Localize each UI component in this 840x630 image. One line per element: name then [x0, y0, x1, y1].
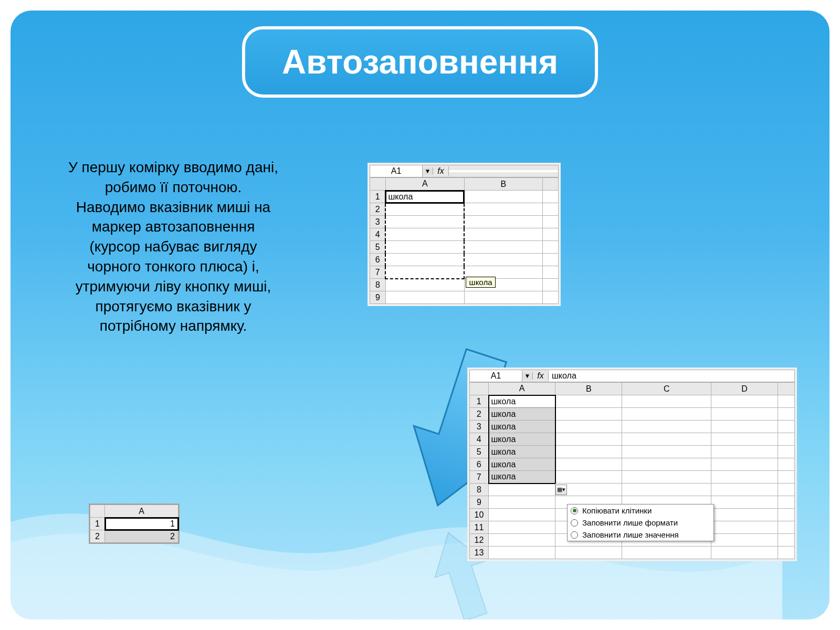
name-box: A1	[470, 370, 522, 382]
col-header: B	[555, 383, 622, 395]
col-header: A	[385, 178, 464, 191]
menu-item-label: Копіювати клітинки	[582, 506, 652, 515]
radio-icon	[571, 519, 578, 527]
col-header: C	[622, 383, 711, 395]
menu-item-fill-values[interactable]: Заповнити лише значення	[568, 529, 713, 541]
row-header: 7	[370, 266, 386, 279]
cell-filled: школа	[489, 408, 555, 421]
col-header: D	[711, 383, 778, 395]
cell-a1: школа	[385, 191, 464, 203]
row-header: 3	[470, 421, 489, 433]
row-header: 5	[370, 241, 386, 254]
row-header: 5	[470, 446, 489, 458]
row-header: 8	[370, 279, 386, 291]
cell-a1: 1	[105, 518, 178, 530]
autofill-tooltip: школа	[466, 277, 496, 288]
cell-filled: школа	[489, 471, 555, 484]
radio-icon	[571, 531, 578, 539]
row-header: 2	[370, 203, 386, 216]
row-header: 9	[470, 496, 489, 509]
row-header: 11	[470, 521, 489, 534]
row-header: 8	[470, 484, 489, 496]
formula-bar-value: школа	[549, 370, 794, 382]
excel-small-grid: A 1 1 2 2	[90, 505, 178, 543]
cell-a2: 2	[105, 530, 178, 543]
autofill-smarttag-icon[interactable]: ▦▾	[555, 485, 567, 495]
autofill-options-menu[interactable]: Копіювати клітинки Заповнити лише формат…	[567, 504, 714, 541]
row-header: 9	[370, 291, 386, 304]
cell-filled: школа	[489, 433, 555, 446]
row-header: 1	[470, 395, 489, 408]
slide-title: Автозаповнення	[242, 26, 598, 98]
fx-label: fx	[533, 371, 549, 381]
row-header: 13	[470, 547, 489, 559]
body-paragraph: У першу комірку вводимо дані, робимо її …	[68, 158, 278, 336]
radio-selected-icon	[571, 507, 578, 514]
row-header: 7	[470, 471, 489, 484]
row-header: 1	[90, 518, 105, 530]
cell-filled: школа	[489, 446, 555, 458]
namebox-dropdown-icon: ▼	[522, 372, 533, 380]
excel-large-figure: A1 ▼ fx школа A B C D 1школа 2школа 3шко…	[467, 368, 797, 561]
row-header: 2	[470, 408, 489, 421]
col-header: B	[464, 178, 542, 191]
excel-mid-figure: A1 ▼ fx A B 1 школа 2 3 4 5 6 7 8	[368, 163, 561, 306]
row-header: 4	[470, 433, 489, 446]
row-header: 10	[470, 509, 489, 521]
row-header: 12	[470, 534, 489, 547]
menu-item-fill-formats[interactable]: Заповнити лише формати	[568, 517, 713, 529]
row-header: 6	[470, 458, 489, 471]
row-header: 3	[370, 216, 386, 228]
formula-bar-row: A1 ▼ fx школа	[469, 370, 795, 382]
col-header-a: A	[105, 505, 178, 518]
formula-bar-row: A1 ▼ fx	[370, 165, 559, 177]
namebox-dropdown-icon: ▼	[423, 167, 433, 175]
excel-small-figure: A 1 1 2 2	[89, 504, 179, 543]
slide: Автозаповнення У першу комірку вводимо д…	[10, 10, 830, 620]
excel-mid-grid: A B 1 школа 2 3 4 5 6 7 8 школа	[370, 177, 559, 304]
cell-filled: школа	[489, 458, 555, 471]
row-header: 2	[90, 530, 105, 543]
fx-label: fx	[433, 166, 449, 176]
cell-filled: школа	[489, 395, 555, 408]
menu-item-label: Заповнити лише формати	[582, 518, 678, 527]
menu-item-copy-cells[interactable]: Копіювати клітинки	[568, 505, 713, 517]
name-box: A1	[370, 165, 423, 177]
menu-item-label: Заповнити лише значення	[582, 530, 679, 539]
row-header: 4	[370, 228, 386, 241]
row-header: 6	[370, 254, 386, 266]
row-header: 1	[370, 191, 386, 203]
col-header: A	[489, 383, 555, 395]
formula-bar	[449, 170, 558, 172]
cell-filled: школа	[489, 421, 555, 433]
